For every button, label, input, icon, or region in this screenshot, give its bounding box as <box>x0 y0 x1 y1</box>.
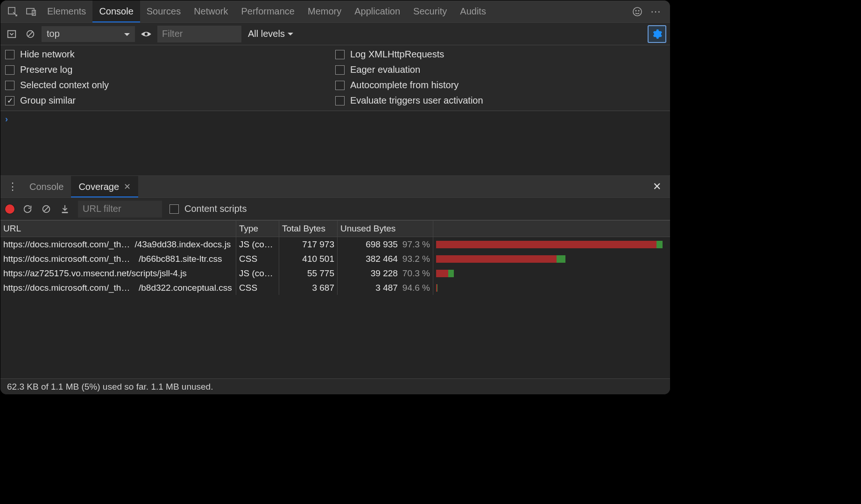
svg-point-9 <box>145 32 148 35</box>
row-unused-bytes: 698 935 <box>366 239 398 250</box>
coverage-row[interactable]: https://az725175.vo.msecnd.net/scripts/j… <box>0 266 670 280</box>
row-url: https://docs.microsoft.com/_them… <box>3 254 134 264</box>
prompt-caret-icon: › <box>5 114 8 124</box>
console-settings-gear-icon[interactable] <box>648 25 666 43</box>
row-type: CSS <box>236 280 279 295</box>
tab-sources[interactable]: Sources <box>140 0 187 22</box>
row-url: https://docs.microsoft.com/_th… <box>3 239 130 250</box>
col-bar <box>433 221 670 237</box>
checkbox-log-xhr[interactable]: Log XMLHttpRequests <box>335 49 665 60</box>
tab-elements[interactable]: Elements <box>41 0 92 22</box>
inspect-element-icon[interactable] <box>3 0 22 22</box>
checkbox-selected-context[interactable]: Selected context only <box>5 80 335 91</box>
checkbox-eager-eval[interactable]: Eager evaluation <box>335 64 665 75</box>
usage-bar <box>436 255 565 263</box>
col-unused-bytes[interactable]: Unused Bytes <box>338 221 433 237</box>
tab-performance[interactable]: Performance <box>235 0 302 22</box>
checkbox-content-scripts[interactable]: Content scripts <box>169 203 247 214</box>
drawer-close-icon[interactable]: ✕ <box>648 176 666 197</box>
device-toolbar-icon[interactable] <box>22 0 41 22</box>
checkbox-group-similar[interactable]: Group similar <box>5 95 335 106</box>
console-prompt-area[interactable]: › <box>0 111 670 175</box>
drawer-tab-coverage[interactable]: Coverage ✕ <box>71 176 138 197</box>
tab-security[interactable]: Security <box>407 0 453 22</box>
coverage-row[interactable]: https://docs.microsoft.com/_the…/b8d322.… <box>0 280 670 295</box>
clear-icon[interactable] <box>41 203 52 215</box>
more-icon[interactable]: ⋯ <box>647 6 665 18</box>
svg-line-11 <box>44 207 48 211</box>
row-url: https://az725175.vo.msecnd.net/scripts/j… <box>3 268 187 279</box>
checkbox-hide-network[interactable]: Hide network <box>5 49 335 60</box>
tab-audits[interactable]: Audits <box>453 0 493 22</box>
col-type[interactable]: Type <box>236 221 279 237</box>
url-filter-input[interactable] <box>78 201 162 217</box>
coverage-table-header: URL Type Total Bytes Unused Bytes <box>0 220 670 237</box>
row-type: CSS <box>236 252 279 266</box>
svg-rect-6 <box>8 30 16 37</box>
usage-bar <box>436 241 663 248</box>
checkbox-autocomplete[interactable]: Autocomplete from history <box>335 80 665 91</box>
tab-console[interactable]: Console <box>92 0 140 22</box>
svg-line-8 <box>28 32 32 36</box>
toggle-console-sidebar-icon[interactable] <box>4 27 19 42</box>
svg-rect-1 <box>27 8 34 14</box>
tab-application[interactable]: Application <box>348 0 407 22</box>
row-total-bytes: 55 775 <box>279 266 338 280</box>
row-total-bytes: 410 501 <box>279 252 338 266</box>
row-unused-bytes: 382 464 <box>366 254 398 264</box>
col-url[interactable]: URL <box>0 221 236 237</box>
record-button[interactable] <box>5 204 14 214</box>
checkbox-eval-trigger[interactable]: Evaluate triggers user activation <box>335 95 665 106</box>
row-type: JS (co… <box>236 237 279 252</box>
row-unused-pct: 70.3 % <box>402 268 430 279</box>
smiley-icon[interactable] <box>628 6 647 17</box>
svg-point-5 <box>638 10 639 11</box>
row-unused-pct: 93.2 % <box>402 254 430 264</box>
tab-network[interactable]: Network <box>187 0 234 22</box>
row-unused-bytes: 39 228 <box>371 268 398 279</box>
row-unused-bytes: 3 487 <box>375 283 398 293</box>
reload-icon[interactable] <box>22 203 33 215</box>
drawer-more-icon[interactable]: ⋮ <box>3 176 22 197</box>
usage-bar <box>436 284 437 292</box>
clear-console-icon[interactable] <box>23 27 38 42</box>
coverage-row[interactable]: https://docs.microsoft.com/_th…/43a9dd38… <box>0 237 670 252</box>
status-bar: 62.3 KB of 1.1 MB (5%) used so far. 1.1 … <box>0 378 670 394</box>
checkbox-preserve-log[interactable]: Preserve log <box>5 64 335 75</box>
log-levels-select[interactable]: All levels <box>245 28 293 39</box>
export-icon[interactable] <box>59 203 71 215</box>
drawer-tab-console[interactable]: Console <box>22 176 71 197</box>
row-url: https://docs.microsoft.com/_the… <box>3 283 134 293</box>
row-type: JS (co… <box>236 266 279 280</box>
live-expression-icon[interactable] <box>139 27 154 42</box>
col-total-bytes[interactable]: Total Bytes <box>279 221 338 237</box>
coverage-row[interactable]: https://docs.microsoft.com/_them…/b66bc8… <box>0 252 670 266</box>
row-total-bytes: 717 973 <box>279 237 338 252</box>
row-unused-pct: 94.6 % <box>402 283 430 293</box>
close-tab-icon[interactable]: ✕ <box>124 182 131 192</box>
row-total-bytes: 3 687 <box>279 280 338 295</box>
filter-input[interactable] <box>157 26 241 42</box>
tab-memory[interactable]: Memory <box>301 0 348 22</box>
svg-point-3 <box>633 7 642 16</box>
usage-bar <box>436 270 454 277</box>
context-value: top <box>47 28 60 39</box>
context-select[interactable]: top <box>42 26 135 42</box>
svg-point-4 <box>635 10 636 11</box>
row-unused-pct: 97.3 % <box>402 239 430 250</box>
